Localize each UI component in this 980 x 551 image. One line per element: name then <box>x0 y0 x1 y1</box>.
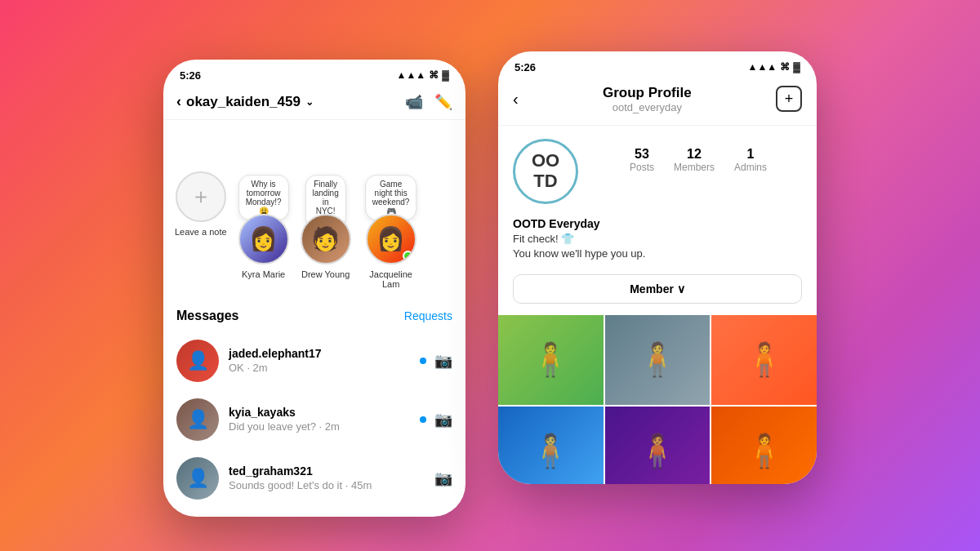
message-item-1[interactable]: 👤 jaded.elephant17 OK · 2m 📷 <box>163 331 466 390</box>
stat-members: 12 Members <box>674 147 715 173</box>
group-profile-title: Group Profile <box>603 85 692 101</box>
group-avatar: OOTD <box>513 139 578 204</box>
group-desc-line1: Fit check! 👕 You know we'll hype you up. <box>513 232 802 261</box>
msg-avatar-2: 👤 <box>176 398 219 441</box>
member-button[interactable]: Member ∨ <box>513 274 802 304</box>
wifi-icon: ⌘ <box>429 69 439 81</box>
message-item-3[interactable]: 👤 ted_graham321 Sounds good! Let's do it… <box>163 449 466 508</box>
signal-icon: ▲▲▲ <box>397 69 426 81</box>
members-label: Members <box>674 162 715 173</box>
group-avatar-text: OOTD <box>532 151 559 190</box>
stories-row: ＋ Leave a note Why is tomorrow Monday!? … <box>163 165 466 297</box>
group-profile-header: ‹ Group Profile ootd_everyday + <box>498 78 817 126</box>
msg-avatar-1: 👤 <box>176 340 219 382</box>
time-right: 5:26 <box>514 61 536 73</box>
left-phone: 5:26 ▲▲▲ ⌘ ▓ ‹ okay_kaiden_459 ⌄ 📹 ✏️ ＋ … <box>163 60 466 517</box>
admins-label: Admins <box>734 162 767 173</box>
drew-avatar: 🧑 <box>301 214 351 264</box>
video-icon[interactable]: 📹 <box>405 93 423 111</box>
status-bar-right: 5:26 ▲▲▲ ⌘ ▓ <box>498 51 817 78</box>
chevron-down-icon: ⌄ <box>305 96 314 108</box>
status-bar-left: 5:26 ▲▲▲ ⌘ ▓ <box>163 60 466 87</box>
leave-note-avatar: ＋ <box>176 171 226 222</box>
group-profile-section: OOTD 53 Posts 12 Members 1 Admins <box>498 126 817 217</box>
wifi-icon-r: ⌘ <box>780 61 790 73</box>
msg-username-1: jaded.elephant17 <box>229 347 410 360</box>
msg-actions-2: 📷 <box>420 411 452 429</box>
msg-preview-3: Sounds good! Let's do it · 45m <box>229 479 425 491</box>
admins-count: 1 <box>734 147 767 162</box>
grid-cell-5[interactable]: 🧍 <box>605 407 710 484</box>
battery-icon: ▓ <box>442 69 449 81</box>
stat-admins: 1 Admins <box>734 147 767 173</box>
stat-posts: 53 Posts <box>630 147 654 173</box>
nav-title-left[interactable]: ‹ okay_kaiden_459 ⌄ <box>176 93 314 110</box>
back-arrow[interactable]: ‹ <box>176 93 181 110</box>
battery-icon-r: ▓ <box>793 61 800 73</box>
story-kyra[interactable]: Why is tomorrow Monday!? 😩 👩 Kyra Marie <box>238 214 289 289</box>
msg-preview-2: Did you leave yet? · 2m <box>229 420 410 433</box>
plus-icon: + <box>785 91 794 108</box>
posts-count: 53 <box>630 147 654 162</box>
nav-header-left: ‹ okay_kaiden_459 ⌄ 📹 ✏️ <box>163 87 466 120</box>
posts-label: Posts <box>630 162 654 173</box>
messages-header: Messages Requests <box>163 297 466 331</box>
member-button-label: Member ∨ <box>630 282 685 295</box>
grid-cell-3[interactable]: 🧍 <box>711 315 817 405</box>
story-jacqueline[interactable]: Game night this weekend? 🎮 👩 Jacqueline … <box>363 214 420 289</box>
msg-content-2: kyia_kayaks Did you leave yet? · 2m <box>229 406 410 433</box>
story-drew[interactable]: Finally landing in NYC! ❤️ 🧑 Drew Young <box>301 214 351 289</box>
msg-username-2: kyia_kayaks <box>229 406 410 419</box>
group-name: OOTD Everyday <box>513 217 802 230</box>
messages-title: Messages <box>176 309 239 323</box>
kyra-avatar: 👩 <box>238 214 289 264</box>
msg-username-3: ted_graham321 <box>229 464 425 478</box>
signal-icon-r: ▲▲▲ <box>748 61 777 73</box>
message-item-2[interactable]: 👤 kyia_kayaks Did you leave yet? · 2m 📷 <box>163 390 466 449</box>
requests-link[interactable]: Requests <box>404 309 452 322</box>
nav-action-icons: 📹 ✏️ <box>405 93 452 111</box>
photo-grid: 🧍 🧍 🧍 🧍 🧍 🧍 <box>498 315 817 484</box>
msg-content-1: jaded.elephant17 OK · 2m <box>229 347 410 374</box>
leave-note-label: Leave a note <box>175 227 227 237</box>
right-phone: 5:26 ▲▲▲ ⌘ ▓ ‹ Group Profile ootd_everyd… <box>498 51 817 484</box>
jacqueline-avatar: 👩 <box>366 214 416 264</box>
username: okay_kaiden_459 <box>186 94 301 110</box>
group-stats: 53 Posts 12 Members 1 Admins <box>595 139 802 173</box>
members-count: 12 <box>674 147 715 162</box>
messages-section: Messages Requests 👤 jaded.elephant17 OK … <box>163 297 466 508</box>
camera-icon-3[interactable]: 📷 <box>434 469 452 487</box>
camera-icon-1[interactable]: 📷 <box>434 352 452 370</box>
group-profile-subtitle: ootd_everyday <box>603 101 692 113</box>
msg-actions-1: 📷 <box>420 352 452 370</box>
msg-actions-3: 📷 <box>434 469 452 487</box>
status-icons-right: ▲▲▲ ⌘ ▓ <box>748 61 800 73</box>
grid-cell-6[interactable]: 🧍 <box>711 407 817 484</box>
grid-cell-4[interactable]: 🧍 <box>498 407 604 484</box>
kyra-name: Kyra Marie <box>242 269 285 279</box>
add-button[interactable]: + <box>776 86 802 112</box>
grid-cell-2[interactable]: 🧍 <box>605 315 710 405</box>
msg-content-3: ted_graham321 Sounds good! Let's do it ·… <box>229 464 425 491</box>
grid-cell-1[interactable]: 🧍 <box>498 315 604 405</box>
story-leave-note[interactable]: ＋ Leave a note <box>175 171 227 289</box>
unread-dot-1 <box>420 358 426 364</box>
time-left: 5:26 <box>180 69 201 82</box>
jacqueline-name: Jacqueline Lam <box>363 269 420 289</box>
msg-avatar-3: 👤 <box>176 457 219 500</box>
camera-icon-2[interactable]: 📷 <box>434 411 452 429</box>
group-bio: OOTD Everyday Fit check! 👕 You know we'l… <box>498 217 817 271</box>
edit-icon[interactable]: ✏️ <box>434 93 452 111</box>
group-title-block: Group Profile ootd_everyday <box>603 85 692 113</box>
unread-dot-2 <box>420 416 426 423</box>
status-icons-left: ▲▲▲ ⌘ ▓ <box>397 69 449 81</box>
back-arrow-right[interactable]: ‹ <box>513 90 519 109</box>
drew-name: Drew Young <box>301 269 350 279</box>
msg-preview-1: OK · 2m <box>229 362 410 374</box>
